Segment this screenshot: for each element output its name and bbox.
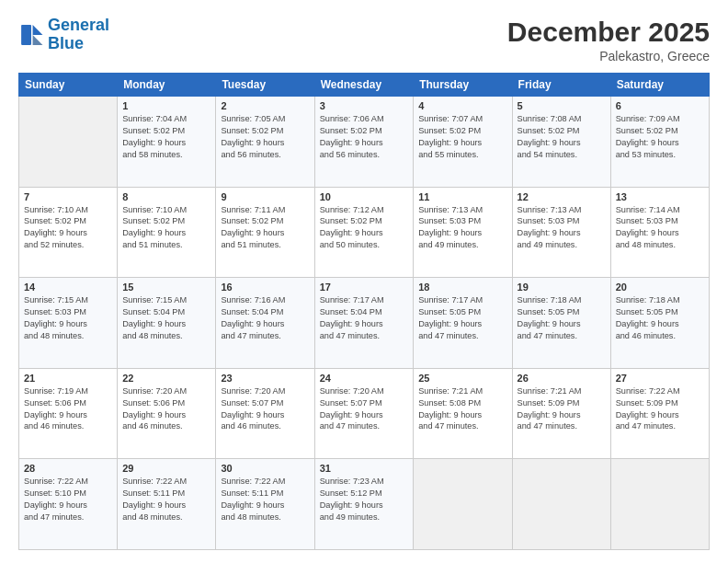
day-number: 8 — [122, 191, 210, 202]
calendar-cell: 14Sunrise: 7:15 AM Sunset: 5:03 PM Dayli… — [19, 278, 118, 369]
calendar-table: Sunday Monday Tuesday Wednesday Thursday… — [18, 73, 710, 550]
day-number: 31 — [320, 463, 409, 474]
calendar-cell: 10Sunrise: 7:12 AM Sunset: 5:02 PM Dayli… — [314, 187, 414, 278]
day-info: Sunrise: 7:08 AM Sunset: 5:02 PM Dayligh… — [518, 113, 606, 161]
day-info: Sunrise: 7:12 AM Sunset: 5:02 PM Dayligh… — [320, 204, 409, 252]
day-info: Sunrise: 7:15 AM Sunset: 5:03 PM Dayligh… — [24, 294, 112, 342]
day-number: 17 — [320, 282, 409, 293]
day-info: Sunrise: 7:14 AM Sunset: 5:03 PM Dayligh… — [616, 204, 704, 252]
calendar-cell — [414, 459, 512, 550]
day-number: 7 — [24, 191, 112, 202]
calendar-cell — [19, 97, 118, 188]
day-info: Sunrise: 7:18 AM Sunset: 5:05 PM Dayligh… — [518, 294, 606, 342]
calendar-week-3: 21Sunrise: 7:19 AM Sunset: 5:06 PM Dayli… — [19, 368, 710, 459]
day-info: Sunrise: 7:06 AM Sunset: 5:02 PM Dayligh… — [320, 113, 409, 161]
main-title: December 2025 — [507, 17, 710, 47]
day-info: Sunrise: 7:19 AM Sunset: 5:06 PM Dayligh… — [24, 385, 112, 433]
day-number: 16 — [221, 282, 309, 293]
day-info: Sunrise: 7:22 AM Sunset: 5:10 PM Dayligh… — [24, 476, 112, 523]
col-friday: Friday — [512, 74, 610, 97]
day-number: 24 — [320, 373, 409, 384]
calendar-body: 1Sunrise: 7:04 AM Sunset: 5:02 PM Daylig… — [19, 97, 710, 550]
calendar-header-row: Sunday Monday Tuesday Wednesday Thursday… — [19, 74, 710, 97]
day-info: Sunrise: 7:04 AM Sunset: 5:02 PM Dayligh… — [122, 113, 210, 161]
calendar-cell: 20Sunrise: 7:18 AM Sunset: 5:05 PM Dayli… — [610, 278, 709, 369]
day-info: Sunrise: 7:11 AM Sunset: 5:02 PM Dayligh… — [221, 204, 309, 252]
day-number: 30 — [221, 463, 309, 474]
day-info: Sunrise: 7:22 AM Sunset: 5:11 PM Dayligh… — [122, 476, 210, 523]
day-number: 4 — [418, 100, 506, 111]
page: General Blue December 2025 Palekastro, G… — [0, 0, 728, 563]
col-tuesday: Tuesday — [216, 74, 314, 97]
logo-icon — [18, 22, 44, 48]
day-number: 23 — [221, 373, 309, 384]
day-number: 26 — [518, 373, 606, 384]
calendar-cell: 19Sunrise: 7:18 AM Sunset: 5:05 PM Dayli… — [512, 278, 610, 369]
day-info: Sunrise: 7:13 AM Sunset: 5:03 PM Dayligh… — [418, 204, 506, 252]
day-number: 6 — [616, 100, 704, 111]
day-info: Sunrise: 7:23 AM Sunset: 5:12 PM Dayligh… — [320, 476, 409, 523]
svg-rect-2 — [21, 25, 31, 45]
day-info: Sunrise: 7:22 AM Sunset: 5:11 PM Dayligh… — [221, 476, 309, 523]
svg-marker-0 — [33, 25, 43, 35]
calendar-cell: 30Sunrise: 7:22 AM Sunset: 5:11 PM Dayli… — [216, 459, 314, 550]
calendar-cell: 3Sunrise: 7:06 AM Sunset: 5:02 PM Daylig… — [314, 97, 414, 188]
day-number: 21 — [24, 373, 112, 384]
calendar-week-0: 1Sunrise: 7:04 AM Sunset: 5:02 PM Daylig… — [19, 97, 710, 188]
logo-line1: General — [48, 16, 109, 34]
logo-text: General Blue — [48, 17, 109, 53]
day-info: Sunrise: 7:21 AM Sunset: 5:08 PM Dayligh… — [418, 385, 506, 433]
day-number: 14 — [24, 282, 112, 293]
day-info: Sunrise: 7:15 AM Sunset: 5:04 PM Dayligh… — [122, 294, 210, 342]
day-number: 20 — [616, 282, 704, 293]
day-info: Sunrise: 7:21 AM Sunset: 5:09 PM Dayligh… — [518, 385, 606, 433]
calendar-cell: 22Sunrise: 7:20 AM Sunset: 5:06 PM Dayli… — [118, 368, 216, 459]
day-info: Sunrise: 7:05 AM Sunset: 5:02 PM Dayligh… — [221, 113, 309, 161]
calendar-cell: 15Sunrise: 7:15 AM Sunset: 5:04 PM Dayli… — [118, 278, 216, 369]
calendar-header: Sunday Monday Tuesday Wednesday Thursday… — [19, 74, 710, 97]
calendar-cell: 31Sunrise: 7:23 AM Sunset: 5:12 PM Dayli… — [314, 459, 414, 550]
calendar-cell: 6Sunrise: 7:09 AM Sunset: 5:02 PM Daylig… — [610, 97, 709, 188]
day-number: 18 — [418, 282, 506, 293]
subtitle: Palekastro, Greece — [507, 49, 710, 63]
calendar-cell: 12Sunrise: 7:13 AM Sunset: 5:03 PM Dayli… — [512, 187, 610, 278]
title-block: December 2025 Palekastro, Greece — [507, 17, 710, 63]
calendar-cell — [512, 459, 610, 550]
calendar-cell: 7Sunrise: 7:10 AM Sunset: 5:02 PM Daylig… — [19, 187, 118, 278]
day-number: 9 — [221, 191, 309, 202]
day-info: Sunrise: 7:20 AM Sunset: 5:07 PM Dayligh… — [320, 385, 409, 433]
day-info: Sunrise: 7:09 AM Sunset: 5:02 PM Dayligh… — [616, 113, 704, 161]
header: General Blue December 2025 Palekastro, G… — [18, 17, 710, 63]
day-number: 10 — [320, 191, 409, 202]
col-sunday: Sunday — [19, 74, 118, 97]
day-number: 27 — [616, 373, 704, 384]
logo: General Blue — [18, 17, 109, 53]
day-number: 19 — [518, 282, 606, 293]
calendar-cell: 23Sunrise: 7:20 AM Sunset: 5:07 PM Dayli… — [216, 368, 314, 459]
col-thursday: Thursday — [414, 74, 512, 97]
calendar-cell: 8Sunrise: 7:10 AM Sunset: 5:02 PM Daylig… — [118, 187, 216, 278]
logo-line2: Blue — [48, 34, 84, 52]
calendar-cell: 4Sunrise: 7:07 AM Sunset: 5:02 PM Daylig… — [414, 97, 512, 188]
day-info: Sunrise: 7:18 AM Sunset: 5:05 PM Dayligh… — [616, 294, 704, 342]
calendar-cell: 2Sunrise: 7:05 AM Sunset: 5:02 PM Daylig… — [216, 97, 314, 188]
day-info: Sunrise: 7:16 AM Sunset: 5:04 PM Dayligh… — [221, 294, 309, 342]
day-info: Sunrise: 7:22 AM Sunset: 5:09 PM Dayligh… — [616, 385, 704, 433]
calendar-cell: 16Sunrise: 7:16 AM Sunset: 5:04 PM Dayli… — [216, 278, 314, 369]
calendar-cell: 1Sunrise: 7:04 AM Sunset: 5:02 PM Daylig… — [118, 97, 216, 188]
calendar-cell: 5Sunrise: 7:08 AM Sunset: 5:02 PM Daylig… — [512, 97, 610, 188]
calendar-week-4: 28Sunrise: 7:22 AM Sunset: 5:10 PM Dayli… — [19, 459, 710, 550]
col-monday: Monday — [118, 74, 216, 97]
calendar-cell: 21Sunrise: 7:19 AM Sunset: 5:06 PM Dayli… — [19, 368, 118, 459]
day-number: 12 — [518, 191, 606, 202]
calendar-cell: 24Sunrise: 7:20 AM Sunset: 5:07 PM Dayli… — [314, 368, 414, 459]
day-number: 2 — [221, 100, 309, 111]
calendar-cell: 26Sunrise: 7:21 AM Sunset: 5:09 PM Dayli… — [512, 368, 610, 459]
col-saturday: Saturday — [610, 74, 709, 97]
svg-marker-1 — [33, 35, 43, 45]
calendar-week-1: 7Sunrise: 7:10 AM Sunset: 5:02 PM Daylig… — [19, 187, 710, 278]
calendar-cell: 9Sunrise: 7:11 AM Sunset: 5:02 PM Daylig… — [216, 187, 314, 278]
day-number: 22 — [122, 373, 210, 384]
calendar-cell: 25Sunrise: 7:21 AM Sunset: 5:08 PM Dayli… — [414, 368, 512, 459]
day-info: Sunrise: 7:10 AM Sunset: 5:02 PM Dayligh… — [122, 204, 210, 252]
